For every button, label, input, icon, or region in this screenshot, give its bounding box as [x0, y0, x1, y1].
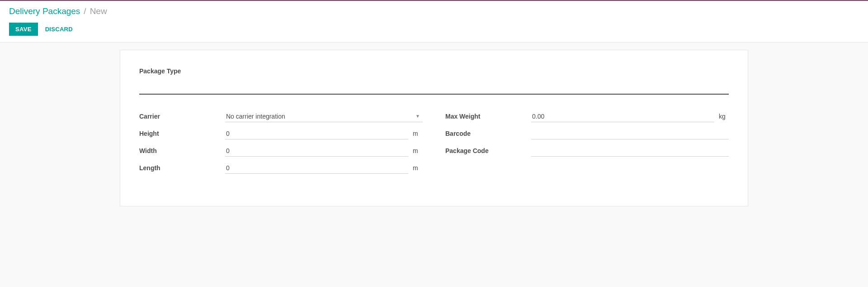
title-underline — [139, 94, 729, 95]
barcode-input[interactable] — [531, 128, 729, 139]
package-type-label: Package Type — [139, 67, 181, 75]
length-label: Length — [139, 164, 225, 172]
package-code-row: Package Code — [445, 144, 729, 157]
height-row: Height m — [139, 127, 423, 140]
breadcrumb-parent-link[interactable]: Delivery Packages — [9, 6, 80, 16]
form-card: Package Type Carrier No carrier integrat… — [120, 50, 748, 206]
form-columns: Carrier No carrier integration ▼ Height … — [139, 110, 729, 179]
breadcrumb-current: New — [90, 6, 107, 16]
carrier-select[interactable]: No carrier integration ▼ — [225, 111, 423, 122]
caret-down-icon: ▼ — [415, 114, 423, 119]
width-input[interactable] — [225, 145, 408, 157]
breadcrumb: Delivery Packages / New — [9, 6, 859, 16]
max-weight-unit: kg — [719, 113, 729, 120]
length-unit: m — [413, 164, 423, 172]
height-input[interactable] — [225, 128, 408, 139]
carrier-label: Carrier — [139, 113, 225, 120]
barcode-label: Barcode — [445, 130, 531, 137]
action-buttons: SAVE DISCARD — [9, 23, 859, 36]
breadcrumb-separator: / — [84, 6, 86, 16]
width-unit: m — [413, 147, 423, 154]
package-code-input[interactable] — [531, 145, 729, 157]
carrier-row: Carrier No carrier integration ▼ — [139, 110, 423, 123]
package-code-label: Package Code — [445, 147, 531, 154]
length-input[interactable] — [225, 163, 408, 174]
form-left-column: Carrier No carrier integration ▼ Height … — [139, 110, 423, 179]
header-bar: Delivery Packages / New SAVE DISCARD — [0, 1, 868, 43]
discard-button[interactable]: DISCARD — [45, 26, 73, 33]
length-row: Length m — [139, 162, 423, 174]
barcode-row: Barcode — [445, 127, 729, 140]
package-type-title-row: Package Type — [139, 67, 729, 75]
height-unit: m — [413, 130, 423, 137]
max-weight-row: Max Weight kg — [445, 110, 729, 123]
width-label: Width — [139, 147, 225, 154]
height-label: Height — [139, 130, 225, 137]
max-weight-label: Max Weight — [445, 113, 531, 120]
carrier-select-value: No carrier integration — [225, 111, 415, 122]
width-row: Width m — [139, 144, 423, 157]
save-button[interactable]: SAVE — [9, 23, 38, 36]
max-weight-input[interactable] — [531, 111, 714, 122]
form-right-column: Max Weight kg Barcode Package Code — [445, 110, 729, 179]
